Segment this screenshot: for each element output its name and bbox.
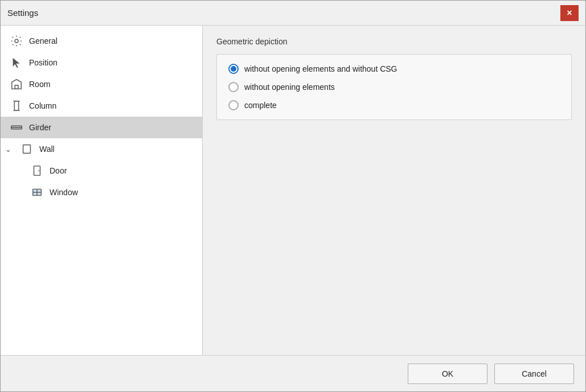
sidebar-item-door-label: Door bbox=[50, 166, 67, 175]
column-icon bbox=[10, 99, 23, 113]
sidebar-item-general-label: General bbox=[29, 36, 58, 46]
sidebar-item-position[interactable]: Position bbox=[1, 52, 202, 73]
room-icon bbox=[10, 77, 23, 91]
dialog-footer: OK Cancel bbox=[1, 355, 585, 391]
sidebar-item-wall[interactable]: ⌄ Wall bbox=[1, 138, 202, 160]
expand-arrow-icon: ⌄ bbox=[5, 145, 14, 154]
radio-option-1[interactable]: without opening elements and without CSG bbox=[228, 64, 560, 74]
ok-button[interactable]: OK bbox=[408, 364, 487, 384]
sidebar-item-window-label: Window bbox=[50, 188, 78, 197]
svg-point-0 bbox=[15, 39, 18, 43]
svg-rect-8 bbox=[23, 145, 31, 154]
radio-option-3[interactable]: complete bbox=[228, 100, 560, 110]
sidebar-item-room[interactable]: Room bbox=[1, 73, 202, 95]
sidebar-item-general[interactable]: General bbox=[1, 30, 202, 52]
dialog-title: Settings bbox=[7, 8, 38, 18]
girder-icon bbox=[10, 121, 23, 134]
window-icon bbox=[30, 185, 44, 199]
close-button[interactable]: × bbox=[560, 5, 579, 21]
sidebar-item-column-label: Column bbox=[29, 101, 56, 110]
sidebar: General Position Room bbox=[1, 26, 203, 355]
radio-option-2[interactable]: without opening elements bbox=[228, 82, 560, 92]
sidebar-item-girder[interactable]: Girder bbox=[1, 117, 202, 138]
radio-circle-1 bbox=[228, 64, 239, 74]
settings-dialog: Settings × General bbox=[0, 0, 586, 392]
radio-label-3: complete bbox=[244, 101, 277, 110]
wall-icon bbox=[20, 142, 34, 156]
gear-icon bbox=[10, 34, 23, 48]
svg-rect-3 bbox=[14, 101, 18, 111]
dialog-body: General Position Room bbox=[1, 26, 585, 355]
sidebar-item-position-label: Position bbox=[29, 58, 58, 67]
sidebar-item-door[interactable]: Door bbox=[1, 160, 202, 181]
sidebar-item-girder-label: Girder bbox=[29, 123, 51, 132]
sidebar-item-wall-label: Wall bbox=[39, 145, 55, 154]
radio-label-1: without opening elements and without CSG bbox=[244, 64, 398, 73]
main-content: Geometric depiction without opening elem… bbox=[203, 26, 585, 355]
cursor-icon bbox=[10, 56, 23, 69]
radio-label-2: without opening elements bbox=[244, 82, 335, 92]
svg-point-10 bbox=[38, 170, 39, 171]
cancel-button[interactable]: Cancel bbox=[494, 364, 574, 384]
options-box: without opening elements and without CSG… bbox=[216, 54, 572, 120]
svg-rect-2 bbox=[15, 85, 18, 89]
sidebar-item-column[interactable]: Column bbox=[1, 95, 202, 117]
radio-circle-3 bbox=[228, 100, 239, 110]
svg-marker-1 bbox=[13, 58, 20, 68]
radio-circle-2 bbox=[228, 82, 239, 92]
title-bar: Settings × bbox=[1, 1, 585, 26]
door-icon bbox=[30, 164, 44, 178]
sidebar-item-window[interactable]: Window bbox=[1, 181, 202, 203]
sidebar-item-room-label: Room bbox=[29, 80, 50, 89]
section-title: Geometric depiction bbox=[216, 37, 572, 46]
